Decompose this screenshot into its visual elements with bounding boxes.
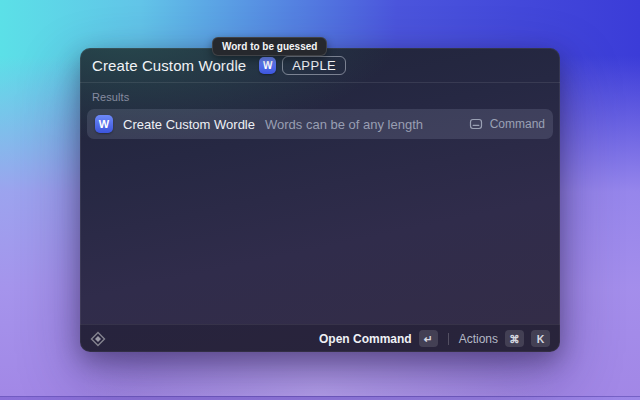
raycast-logo-icon bbox=[90, 331, 106, 347]
launcher-window: Create Custom Wordle W APPLE Results W C… bbox=[80, 48, 560, 352]
header-divider bbox=[80, 82, 560, 83]
word-input[interactable]: APPLE bbox=[282, 56, 346, 75]
open-command-button[interactable]: Open Command bbox=[319, 332, 412, 346]
page-title: Create Custom Wordle bbox=[92, 57, 246, 74]
result-type: Command bbox=[469, 117, 545, 131]
wordle-app-icon: W bbox=[95, 115, 113, 133]
k-key-badge[interactable]: K bbox=[531, 330, 550, 347]
tooltip: Word to be guessed bbox=[212, 37, 327, 56]
footer-bar: Open Command ↵ Actions ⌘ K bbox=[80, 324, 560, 352]
empty-results-area bbox=[80, 139, 560, 324]
desktop-background: Word to be guessed Create Custom Wordle … bbox=[0, 0, 640, 400]
wordle-app-icon: W bbox=[259, 57, 276, 74]
result-type-label: Command bbox=[490, 117, 545, 131]
footer-divider bbox=[448, 333, 449, 345]
result-title: Create Custom Wordle bbox=[123, 117, 255, 132]
return-key-badge[interactable]: ↵ bbox=[419, 330, 438, 347]
command-key-badge[interactable]: ⌘ bbox=[505, 330, 524, 347]
result-row-create-custom-wordle[interactable]: W Create Custom Wordle Words can be of a… bbox=[87, 109, 553, 139]
command-icon bbox=[469, 117, 483, 131]
results-section-label: Results bbox=[92, 91, 548, 103]
desktop-bottom-edge bbox=[0, 396, 640, 400]
tooltip-text: Word to be guessed bbox=[222, 41, 317, 52]
result-subtitle: Words can be of any length bbox=[265, 117, 423, 132]
footer-actions: Open Command ↵ Actions ⌘ K bbox=[319, 330, 550, 347]
actions-button[interactable]: Actions bbox=[459, 332, 498, 346]
